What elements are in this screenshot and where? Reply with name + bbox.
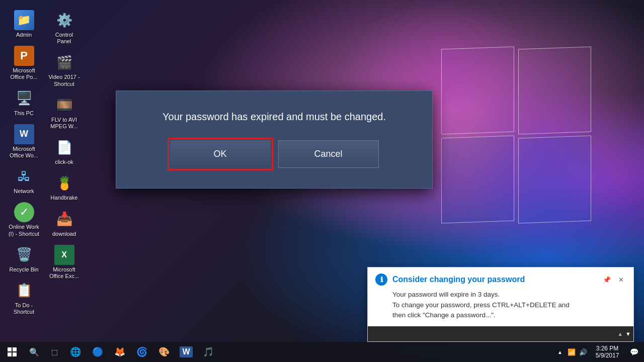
notification-line2: To change your password, press CTRL+ALT+… — [392, 300, 626, 310]
notification-header: ℹ Consider changing your password 📌 ✕ — [368, 267, 633, 290]
windows-logo-icon — [8, 347, 17, 356]
notification-center-button[interactable]: 💬 — [626, 342, 641, 362]
taskbar-app-media[interactable]: 🎵 — [197, 342, 219, 362]
notification-title: Consider changing your password — [392, 275, 597, 284]
dialog-buttons: OK Cancel — [131, 140, 417, 168]
taskbar-app-edge[interactable]: 🌐 — [64, 342, 87, 362]
taskbar-systray: ▲ 📶 🔊 3:26 PM 5/9/2017 💬 — [555, 342, 644, 362]
desktop-icon-admin[interactable]: 📁 Admin — [5, 8, 43, 41]
ok-button[interactable]: OK — [170, 140, 271, 168]
volume-systray-icon[interactable]: 🔊 — [578, 347, 588, 357]
notification-line3: then click "Change a password...". — [392, 310, 626, 320]
desktop-icon-flv-to-avi[interactable]: 🎞️ FLV to AVIMPEG W... — [45, 93, 83, 132]
taskbar-app-chrome[interactable]: 🌀 — [131, 342, 153, 362]
paint-icon: 🎨 — [158, 346, 170, 357]
desktop-icon-download[interactable]: 📥 download — [45, 207, 83, 240]
ie-icon: 🔵 — [92, 346, 103, 357]
taskbar-app-firefox[interactable]: 🦊 — [109, 342, 131, 362]
notification-body: Your password will expire in 3 days. To … — [368, 290, 633, 326]
taskbar-apps: 🌐 🔵 🦊 🌀 🎨 W 🎵 — [64, 342, 555, 362]
notification-center-icon: 💬 — [630, 348, 638, 356]
taskbar-search-button[interactable]: 🔍 — [24, 342, 44, 362]
search-icon: 🔍 — [29, 347, 39, 357]
taskbar: 🔍 ⬚ 🌐 🔵 🦊 🌀 🎨 W 🎵 ▲ — [0, 342, 644, 362]
dialog-message: Your password has expired and must be ch… — [131, 111, 417, 123]
notification-scroll-area: ▲ ▼ — [368, 326, 633, 341]
cancel-button[interactable]: Cancel — [278, 140, 379, 168]
desktop-icon-this-pc[interactable]: 🖥️ This PC — [5, 86, 43, 119]
desktop-icon-todo[interactable]: 📋 To Do -Shortcut — [5, 278, 43, 318]
taskbar-app-paint[interactable]: 🎨 — [153, 342, 175, 362]
media-icon: 🎵 — [203, 346, 214, 357]
password-expired-dialog: Your password has expired and must be ch… — [116, 90, 433, 189]
taskbar-clock[interactable]: 3:26 PM 5/9/2017 — [590, 345, 625, 359]
word-taskbar-icon: W — [180, 346, 192, 357]
taskbar-app-word[interactable]: W — [175, 342, 197, 362]
desktop-icon-video-2017[interactable]: 🎬 Video 2017 -Shortcut — [45, 50, 83, 89]
firefox-icon: 🦊 — [114, 346, 125, 357]
desktop-icon-ms-office-po[interactable]: P MicrosoftOffice Po... — [5, 43, 43, 83]
desktop-icon-click-ok[interactable]: 📄 click-ok — [45, 135, 83, 168]
task-view-icon: ⬚ — [51, 348, 58, 356]
systray-expand-button[interactable]: ▲ — [555, 347, 565, 357]
notification-scroll-up-arrow[interactable]: ▲ — [617, 331, 623, 337]
chrome-icon: 🌀 — [136, 346, 147, 357]
password-notification: ℹ Consider changing your password 📌 ✕ Yo… — [367, 267, 634, 342]
desktop-icon-recycle-bin[interactable]: 🗑️ Recycle Bin — [5, 242, 43, 276]
desktop-icon-ms-office-exc[interactable]: X MicrosoftOffice Exc... — [45, 242, 83, 282]
edge-icon: 🌐 — [70, 346, 81, 357]
notification-scroll-down-arrow[interactable]: ▼ — [625, 331, 631, 337]
desktop-icon-control-panel[interactable]: ⚙️ Control Panel — [45, 8, 83, 47]
desktop-icon-area: 📁 Admin P MicrosoftOffice Po... 🖥️ This … — [0, 0, 86, 342]
desktop-icon-online-work[interactable]: ✓ Online Work(I) - Shortcut — [5, 200, 43, 239]
notification-pin-button[interactable]: 📌 — [602, 275, 612, 285]
desktop-icon-handbrake[interactable]: 🍍 Handbrake — [45, 170, 83, 204]
notification-info-icon: ℹ — [375, 274, 387, 286]
taskbar-app-ie[interactable]: 🔵 — [87, 342, 109, 362]
network-systray-icon[interactable]: 📶 — [567, 347, 577, 357]
desktop-icon-ms-office-wo[interactable]: W MicrosoftOffice Wo... — [5, 122, 43, 161]
notification-close-button[interactable]: ✕ — [616, 275, 626, 285]
start-button[interactable] — [0, 342, 24, 362]
clock-time: 3:26 PM — [596, 345, 619, 352]
notification-line1: Your password will expire in 3 days. — [392, 290, 626, 300]
desktop-icon-network[interactable]: 🖧 Network — [5, 164, 43, 197]
clock-date: 5/9/2017 — [596, 352, 619, 359]
notification-controls: 📌 ✕ — [602, 275, 626, 285]
task-view-button[interactable]: ⬚ — [44, 342, 64, 362]
